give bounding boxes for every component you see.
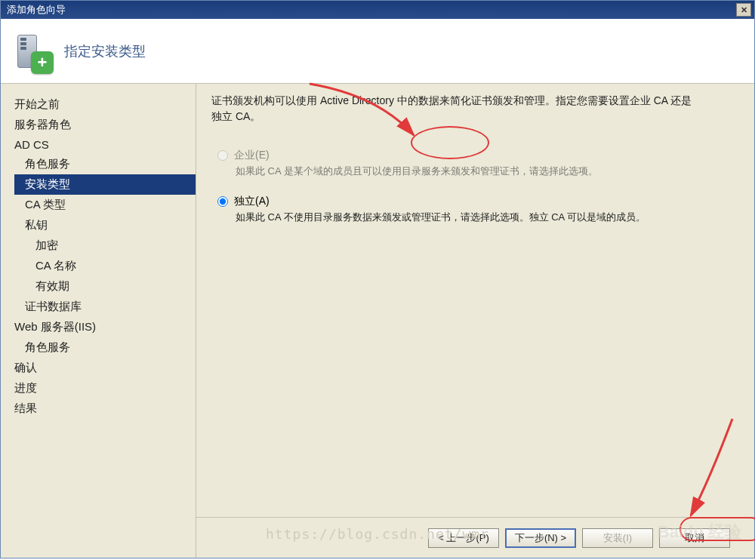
sidebar-item-results[interactable]: 结果 [14,398,196,419]
next-button[interactable]: 下一步(N) > [505,528,576,548]
setup-type-radio-group: 企业(E) 如果此 CA 是某个域的成员且可以使用目录服务来颁发和管理证书，请选… [217,149,741,241]
install-button: 安装(I) [582,528,653,548]
close-button[interactable]: ✕ [736,3,751,17]
radio-enterprise: 企业(E) [217,149,741,162]
sidebar-item-ca-name[interactable]: CA 名称 [14,256,196,276]
sidebar-item-ca-type[interactable]: CA 类型 [14,195,196,215]
header: + 指定安装类型 [1,19,754,84]
sidebar: 开始之前 服务器角色 AD CS 角色服务 安装类型 CA 类型 私钥 加密 C… [1,84,196,558]
window-title: 添加角色向导 [7,3,66,17]
sidebar-item-confirm[interactable]: 确认 [14,358,196,378]
radio-enterprise-input [217,150,228,161]
button-bar: < 上一步(P) 下一步(N) > 安装(I) 取消 [196,517,754,558]
close-icon: ✕ [741,5,747,15]
radio-enterprise-desc: 如果此 CA 是某个域的成员且可以使用目录服务来颁发和管理证书，请选择此选项。 [236,165,741,178]
sidebar-item-role-services[interactable]: 角色服务 [14,154,196,174]
radio-standalone-label: 独立(A) [234,195,270,208]
sidebar-item-private-key[interactable]: 私钥 [14,215,196,235]
sidebar-item-web-server[interactable]: Web 服务器(IIS) [14,317,196,337]
sidebar-item-progress[interactable]: 进度 [14,378,196,398]
prev-button[interactable]: < 上一步(P) [428,528,499,548]
description-text: 证书颁发机构可以使用 Active Directory 中的数据来简化证书颁发和… [211,93,695,125]
sidebar-item-adcs[interactable]: AD CS [14,135,196,154]
radio-enterprise-label: 企业(E) [234,149,270,162]
wizard-window: 添加角色向导 ✕ + 指定安装类型 开始之前 服务器角色 AD CS 角色服务 … [0,0,755,558]
wizard-icon: + [14,30,51,72]
sidebar-item-validity[interactable]: 有效期 [14,276,196,297]
cancel-button[interactable]: 取消 [659,528,730,548]
sidebar-item-before-begin[interactable]: 开始之前 [14,94,196,115]
radio-standalone-input[interactable] [217,196,228,207]
sidebar-item-role-services-2[interactable]: 角色服务 [14,337,196,358]
sidebar-item-cryptography[interactable]: 加密 [14,235,196,256]
plus-icon: + [31,51,54,74]
sidebar-item-server-roles[interactable]: 服务器角色 [14,115,196,135]
sidebar-item-setup-type[interactable]: 安装类型 [14,174,196,195]
titlebar: 添加角色向导 ✕ [1,1,754,19]
main-panel: 证书颁发机构可以使用 Active Directory 中的数据来简化证书颁发和… [196,84,754,558]
radio-standalone[interactable]: 独立(A) [217,195,741,208]
annotation-arrow-2 [619,411,740,532]
sidebar-item-cert-db[interactable]: 证书数据库 [14,297,196,317]
page-title: 指定安装类型 [64,42,146,60]
radio-standalone-desc: 如果此 CA 不使用目录服务数据来颁发或管理证书，请选择此选项。独立 CA 可以… [236,211,741,224]
body: 开始之前 服务器角色 AD CS 角色服务 安装类型 CA 类型 私钥 加密 C… [1,84,754,558]
